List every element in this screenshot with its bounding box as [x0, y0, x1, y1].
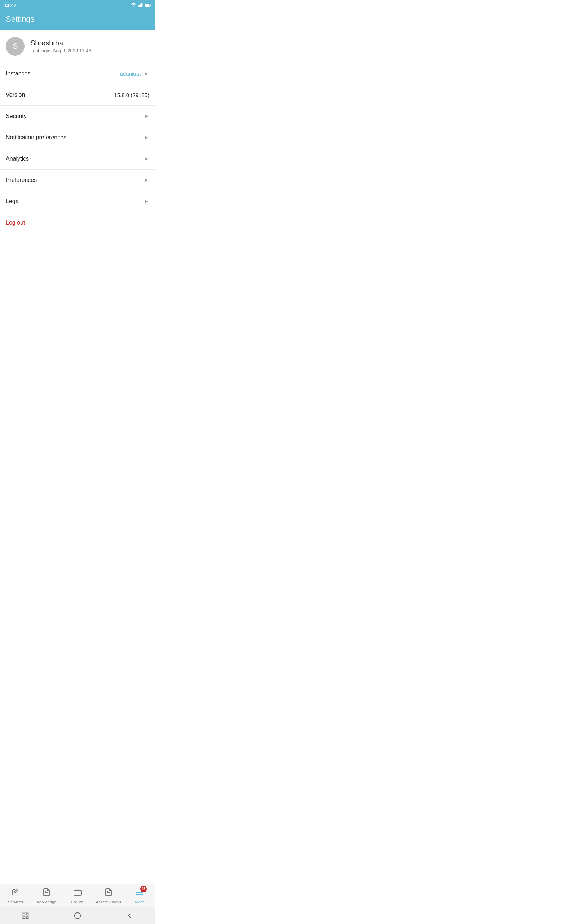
settings-list: Instances adaniuat ► Version 15.8.0 (291… [0, 63, 155, 233]
preferences-right: ► [143, 177, 149, 183]
wifi-icon [131, 3, 136, 7]
profile-section: S Shreshtha . Last login: Aug 3, 2023 11… [0, 30, 155, 63]
svg-rect-7 [145, 4, 149, 6]
settings-label-legal: Legal [6, 198, 20, 205]
logout-label: Log out [6, 220, 25, 226]
analytics-right: ► [143, 155, 149, 162]
notifications-right: ► [143, 134, 149, 141]
signal-icon [138, 3, 143, 7]
profile-name: Shreshtha . [30, 39, 91, 47]
profile-info: Shreshtha . Last login: Aug 3, 2023 11:4… [30, 39, 91, 53]
header: Settings [0, 10, 155, 30]
svg-rect-3 [141, 3, 142, 7]
chevron-icon-legal: ► [143, 198, 149, 205]
svg-rect-0 [138, 5, 139, 7]
settings-label-security: Security [6, 113, 27, 120]
instances-right: adaniuat ► [120, 70, 149, 77]
status-time: 11:47 [4, 3, 16, 8]
logout-item[interactable]: Log out [0, 212, 155, 233]
profile-last-login: Last login: Aug 3, 2023 11:46 [30, 48, 91, 53]
settings-label-analytics: Analytics [6, 155, 29, 162]
status-bar: 11:47 [0, 0, 155, 10]
settings-label-notifications: Notification preferences [6, 134, 66, 141]
security-right: ► [143, 113, 149, 120]
settings-item-version: Version 15.8.0 (29185) [0, 84, 155, 106]
settings-item-instances[interactable]: Instances adaniuat ► [0, 63, 155, 84]
settings-item-preferences[interactable]: Preferences ► [0, 170, 155, 191]
svg-rect-6 [150, 4, 151, 6]
settings-item-analytics[interactable]: Analytics ► [0, 149, 155, 170]
version-value: 15.8.0 (29185) [114, 92, 149, 98]
instances-value: adaniuat [120, 71, 141, 77]
chevron-icon-security: ► [143, 113, 149, 120]
svg-rect-1 [139, 5, 140, 7]
chevron-icon-instances: ► [143, 70, 149, 77]
chevron-icon-analytics: ► [143, 155, 149, 162]
version-right: 15.8.0 (29185) [114, 92, 149, 98]
settings-item-legal[interactable]: Legal ► [0, 191, 155, 212]
chevron-icon-preferences: ► [143, 177, 149, 183]
page-title: Settings [6, 15, 35, 23]
settings-label-version: Version [6, 92, 25, 98]
battery-icon [145, 3, 151, 7]
svg-rect-4 [142, 3, 143, 7]
settings-label-instances: Instances [6, 70, 30, 77]
svg-rect-2 [140, 4, 141, 7]
settings-label-preferences: Preferences [6, 177, 37, 183]
settings-item-security[interactable]: Security ► [0, 106, 155, 127]
legal-right: ► [143, 198, 149, 205]
avatar: S [6, 37, 24, 56]
status-icons [131, 3, 151, 7]
settings-item-notifications[interactable]: Notification preferences ► [0, 127, 155, 149]
chevron-icon-notifications: ► [143, 134, 149, 141]
